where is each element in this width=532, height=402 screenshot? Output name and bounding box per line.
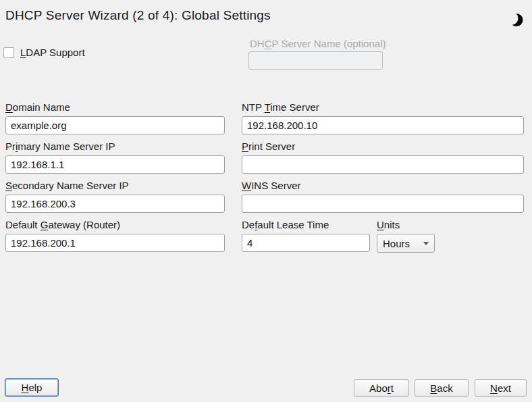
secondary-name-server-input[interactable] bbox=[5, 195, 225, 213]
primary-name-server-input[interactable] bbox=[5, 155, 225, 174]
default-gateway-input[interactable] bbox=[5, 234, 225, 252]
ntp-time-server-label: NTP Time Server bbox=[242, 101, 319, 113]
ntp-time-server-input[interactable] bbox=[242, 116, 524, 134]
next-button[interactable]: Next bbox=[475, 379, 527, 397]
help-button[interactable]: Help bbox=[5, 378, 59, 397]
print-server-input[interactable] bbox=[242, 155, 524, 174]
dhcp-server-name-input bbox=[248, 51, 383, 70]
print-server-label: Print Server bbox=[242, 141, 295, 152]
back-button[interactable]: Back bbox=[415, 379, 469, 397]
ldap-support-checkbox[interactable] bbox=[3, 47, 14, 58]
wins-server-input[interactable] bbox=[242, 195, 524, 213]
units-dropdown[interactable]: Hours bbox=[377, 234, 435, 253]
crescent-moon-icon bbox=[510, 12, 523, 28]
units-label: Units bbox=[377, 219, 400, 230]
chevron-down-icon bbox=[423, 242, 429, 245]
units-selected-value: Hours bbox=[383, 238, 419, 249]
ldap-support-label: LDAP Support bbox=[20, 47, 85, 58]
default-lease-time-input[interactable] bbox=[242, 234, 370, 252]
dhcp-wizard-dialog: DHCP Server Wizard (2 of 4): Global Sett… bbox=[0, 0, 532, 402]
primary-name-server-label: Primary Name Server IP bbox=[5, 141, 115, 152]
dhcp-server-name-label: DHCP Server Name (optional) bbox=[250, 38, 385, 49]
default-lease-time-label: Default Lease Time bbox=[242, 219, 329, 230]
page-title: DHCP Server Wizard (2 of 4): Global Sett… bbox=[5, 8, 271, 23]
ldap-support-option[interactable]: LDAP Support bbox=[3, 47, 85, 58]
default-gateway-label: Default Gateway (Router) bbox=[5, 219, 120, 230]
domain-name-input[interactable] bbox=[5, 116, 225, 134]
abort-button[interactable]: Abort bbox=[354, 379, 409, 397]
wins-server-label: WINS Server bbox=[242, 180, 301, 191]
domain-name-label: Domain Name bbox=[5, 101, 70, 113]
secondary-name-server-label: Secondary Name Server IP bbox=[5, 180, 129, 191]
